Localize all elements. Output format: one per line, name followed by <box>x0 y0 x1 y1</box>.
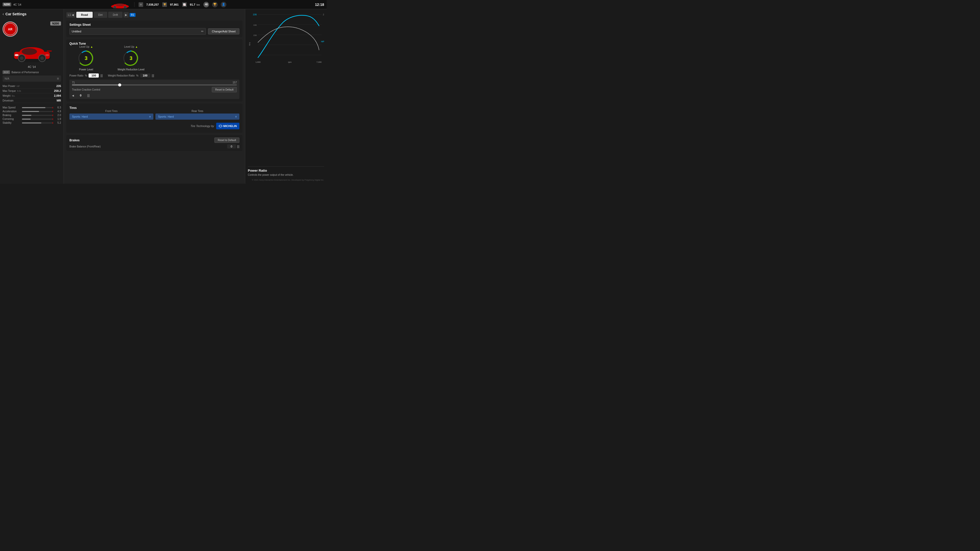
bop-badge: BOP <box>3 70 10 74</box>
weight-ratio-bar-icon[interactable]: ||| <box>152 74 154 77</box>
reset-to-default-button-2[interactable]: Reset to Default <box>215 138 239 143</box>
chart-area: 235 190 150 258.2 ft-lb HP 1,000 rpm 7,0… <box>248 12 324 164</box>
center-panel: L1 ◀ Road Dirt Drift ▶ R1 Settings Sheet… <box>64 9 245 184</box>
power-ratio-info: Power Ratio Controls the power output of… <box>248 166 324 176</box>
top-divider1 <box>134 2 135 7</box>
front-tires-button[interactable]: Sports: Hard ≡ <box>69 114 153 120</box>
tc-value-row: ◀ 0 ||| <box>72 94 237 97</box>
weight-level-label: Weight Reduction Level <box>118 68 145 71</box>
tab-drift[interactable]: Drift <box>108 12 123 18</box>
perf-marker-stability <box>52 122 53 124</box>
left-panel: ‹ Car Settings AR N200 <box>0 9 64 184</box>
time-display: 12:18 <box>315 3 324 6</box>
car-image-area <box>3 43 61 63</box>
tires-card: Tires Front Tires Sports: Hard ≡ Rear Ti… <box>66 103 242 133</box>
perf-label-speed: Max Speed <box>3 106 21 109</box>
perf-bar-speed <box>22 107 45 108</box>
svg-text:rpm: rpm <box>288 61 292 63</box>
svg-text:258.2: 258.2 <box>323 13 324 16</box>
svg-point-6 <box>115 6 116 8</box>
perf-value-stability: 5.2 <box>55 121 61 124</box>
brake-bar-icon[interactable]: ||| <box>237 144 239 148</box>
sheet-name-input[interactable]: Untitled ✏ <box>69 28 206 35</box>
trophy-icon[interactable]: 🏆 <box>212 2 218 7</box>
stat-row-torque: Max Torque ft-lb 258.2 <box>3 89 61 94</box>
tab-road[interactable]: Road <box>76 12 93 18</box>
perf-bar-container-cornering <box>22 119 53 120</box>
r1-tab-btn[interactable]: ▶ <box>124 12 129 17</box>
power-level-up-label: Level Up <box>80 45 89 48</box>
brakes-title: Brakes <box>69 138 80 142</box>
power-dial: 3 <box>77 49 95 67</box>
perf-bar-accel <box>22 111 39 112</box>
reset-to-default-button-1[interactable]: Reset to Default <box>212 87 237 92</box>
back-button[interactable]: ‹ Car Settings <box>3 12 61 16</box>
perf-label-cornering: Cornering <box>3 118 21 121</box>
weight-ratio-row: Weight Reduction Ratio % 100 ||| <box>108 73 154 78</box>
brake-balance-label: Brake Balance (Front/Rear) <box>69 145 100 148</box>
rear-tire-value: Sports: Hard <box>158 115 174 118</box>
perf-row-stability: Stability 5.2 <box>3 121 61 124</box>
stat-name-drivetrain: Drivetrain <box>3 99 14 102</box>
perf-bar-container-speed <box>22 107 53 108</box>
right-panel: 235 190 150 258.2 ft-lb HP 1,000 rpm 7,0… <box>245 9 327 184</box>
perf-row-braking: Braking 2.0 <box>3 114 61 117</box>
brakes-header: Brakes Reset to Default <box>69 138 239 143</box>
perf-value-cornering: 1.9 <box>55 118 61 121</box>
perf-marker-accel <box>52 111 53 112</box>
quick-tune-card: Quick Tune Level Up ▲ <box>66 39 242 102</box>
brake-balance-row: Brake Balance (Front/Rear) 0 ||| <box>69 144 239 148</box>
credits-stat: 7,038,257 <box>146 3 159 6</box>
tc-bar-icon[interactable]: ||| <box>87 94 89 97</box>
top-bar-right: 12:18 <box>315 3 324 6</box>
car-model-name: 4C '14 <box>3 65 61 68</box>
na-menu-icon[interactable]: ≡ <box>57 76 59 81</box>
power-ratio-value: 100 <box>89 73 99 78</box>
perf-marker-cornering <box>52 118 53 120</box>
copyright-text: © 2021 Sony Interactive Entertainment In… <box>248 179 324 181</box>
svg-point-14 <box>14 54 19 56</box>
power-torque-chart: 235 190 150 258.2 ft-lb HP 1,000 rpm 7,0… <box>248 12 324 68</box>
weight-reduction-group: Level Up ▲ 3 Weight Reduction Level Wei <box>108 45 154 78</box>
weight-level-up-label: Level Up <box>124 45 134 48</box>
power-ratio-slider-track[interactable] <box>72 84 237 86</box>
power-ratio-slider-thumb[interactable] <box>118 83 121 86</box>
perf-label-braking: Braking <box>3 114 21 117</box>
michelin-row: Tire Technology by ⬭ MICHELIN <box>69 122 239 130</box>
profile-icon[interactable]: 👤 <box>221 2 226 7</box>
l1-tab-btn[interactable]: L1 ◀ <box>66 12 75 17</box>
main-layout: ‹ Car Settings AR N200 <box>0 9 327 184</box>
edit-icon[interactable]: ✏ <box>201 30 204 33</box>
perf-marker-braking <box>52 114 53 116</box>
michelin-brand: MICHELIN <box>223 124 237 127</box>
car-logo: AR <box>3 21 18 37</box>
currency-icon: 🏆 <box>162 2 167 7</box>
svg-point-15 <box>45 54 49 56</box>
traction-label: Traction Craction Control <box>72 88 100 91</box>
stat-row-weight: Weight lbs. 2,094 <box>3 94 61 98</box>
bop-label: Balance of Performance <box>11 71 39 74</box>
rear-tires-button[interactable]: Sports: Hard ≡ <box>156 114 239 120</box>
perf-bar-container-accel <box>22 111 53 112</box>
tires-title: Tires <box>69 106 239 110</box>
traction-control-row: Traction Craction Control Reset to Defau… <box>72 87 237 92</box>
rear-tires-label: Rear Tires <box>156 110 239 113</box>
weight-ratio-percent: % <box>136 74 138 77</box>
tab-dirt[interactable]: Dirt <box>94 12 107 18</box>
front-tires-label: Front Tires <box>69 110 153 113</box>
page-title: Car Settings <box>5 12 26 16</box>
settings-sheet-card: Settings Sheet Untitled ✏ Change/Add She… <box>66 21 242 37</box>
perf-bar-stability <box>22 122 41 124</box>
power-ratio-bar-icon[interactable]: ||| <box>100 74 103 77</box>
tc-left-arrow[interactable]: ◀ <box>72 94 74 97</box>
stats-table: Max Power HP 235 Max Torque ft-lb 258.2 … <box>3 84 61 103</box>
power-level-group: Level Up ▲ 3 Power Level <box>69 45 103 78</box>
change-add-sheet-button[interactable]: Change/Add Sheet <box>208 28 239 35</box>
brake-value-area: 0 ||| <box>227 144 239 148</box>
perf-bar-braking <box>22 115 32 116</box>
power-ratio-info-title: Power Ratio <box>248 168 324 172</box>
car-name-top: 4C '14 <box>13 3 21 6</box>
stat-name-power: Max Power HP <box>3 84 20 87</box>
settings-icon-top[interactable]: ⚙ <box>138 2 143 7</box>
michelin-logo: ⬭ MICHELIN <box>216 123 239 129</box>
